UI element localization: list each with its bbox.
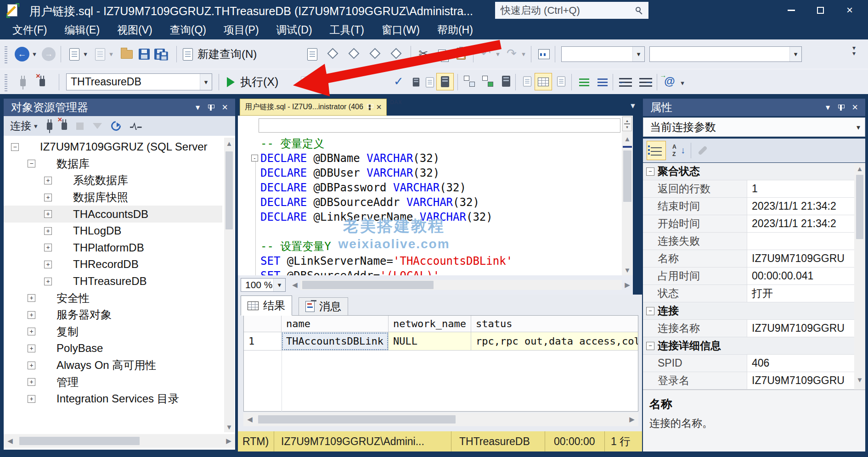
decrease-indent-icon[interactable] (618, 75, 633, 89)
sqlcmd-mode-icon[interactable] (436, 73, 454, 90)
uncomment-lines-icon[interactable] (595, 75, 610, 89)
database-combobox[interactable]: THTreasureDB ▾ (66, 73, 212, 90)
actual-plan-icon[interactable] (480, 74, 495, 89)
tree-item[interactable]: THRecordDB (4, 256, 222, 273)
connect-object-icon[interactable] (47, 123, 52, 130)
property-value[interactable]: 00:00:00.041 (747, 268, 854, 284)
combobox-dropdown-icon[interactable]: ▾ (632, 47, 644, 61)
property-value[interactable] (747, 233, 854, 250)
grid-column-header[interactable]: name (282, 316, 389, 332)
specify-template-values-icon[interactable]: @ (662, 74, 677, 89)
row-number-cell[interactable]: 1 (244, 332, 282, 351)
panel-menu-icon[interactable]: ▾ (196, 102, 200, 112)
database-combobox-dropdown[interactable]: ▾ (200, 74, 212, 90)
menu-item[interactable]: 视图(V) (108, 20, 161, 39)
tab-pin-icon[interactable] (369, 104, 371, 110)
property-value[interactable]: 打开 (747, 285, 854, 302)
connect-icon[interactable] (16, 74, 30, 89)
stop-icon[interactable] (76, 123, 84, 130)
scroll-up-icon[interactable]: ▲ (224, 139, 234, 148)
properties-object-combobox[interactable]: 当前连接参数 ▾ (643, 117, 865, 137)
navigate-back-dropdown[interactable]: ▾ (30, 47, 39, 61)
expander-icon[interactable] (44, 177, 52, 184)
name-cell[interactable]: THAccountsDBLink (282, 332, 389, 351)
zoom-combobox[interactable]: 100 % ▾ (241, 278, 286, 292)
expander-icon[interactable] (28, 362, 35, 369)
scroll-down-icon[interactable]: ▼ (854, 375, 865, 384)
expander-icon[interactable] (28, 395, 35, 403)
menu-item[interactable]: 窗口(W) (373, 20, 428, 39)
mdx-query-icon[interactable] (325, 46, 340, 61)
status-cell[interactable]: rpc,rpc out,data access,collat (471, 332, 638, 351)
open-file-icon[interactable] (119, 47, 134, 61)
pin-icon[interactable] (840, 105, 842, 111)
expander-icon[interactable] (28, 345, 35, 352)
grid-column-header[interactable]: network_name (389, 316, 471, 332)
toolbar-overflow-button[interactable]: ▾▾ (852, 45, 856, 56)
tree-item[interactable]: 数据库 (4, 156, 222, 173)
property-value[interactable]: IZ7U9M7109GGRU (747, 372, 854, 389)
results-to-text-icon[interactable] (520, 74, 535, 89)
scroll-down-icon[interactable]: ▼ (622, 265, 633, 274)
undo-dropdown[interactable]: ▾ (494, 47, 502, 61)
redo-icon[interactable]: ↷ (504, 46, 519, 61)
estimated-plan-icon[interactable] (462, 74, 477, 89)
redo-dropdown[interactable]: ▾ (520, 47, 527, 61)
results-to-grid-icon[interactable] (535, 73, 552, 90)
activity-monitor-icon[interactable] (130, 123, 142, 130)
scroll-right-icon[interactable]: ▶ (623, 280, 632, 290)
scroll-down-icon[interactable]: ▼ (224, 422, 234, 431)
tree-item[interactable]: 复制 (4, 323, 222, 340)
execute-button[interactable]: 执行(X) (227, 73, 278, 90)
tree-item[interactable]: 服务器对象 (4, 307, 222, 323)
tree-item[interactable]: THAccountsDB (4, 206, 222, 223)
editor-horizontal-scrollbar[interactable] (300, 280, 622, 290)
menu-item[interactable]: 工具(T) (321, 20, 373, 39)
tab-results[interactable]: 结果 (241, 295, 292, 316)
toolbar-overflow-button[interactable]: ▾ (679, 76, 686, 90)
splitter-grip-icon[interactable]: ▴▾ (622, 117, 632, 131)
active-files-dropdown-icon[interactable]: ▼ (629, 102, 637, 110)
menu-item[interactable]: 文件(F) (4, 20, 56, 39)
scroll-right-icon[interactable]: ▶ (627, 415, 637, 424)
scroll-up-icon[interactable]: ▲ (622, 134, 633, 143)
property-value[interactable]: 1 (747, 180, 854, 197)
quick-launch-search[interactable]: 快速启动 (Ctrl+Q) (495, 2, 648, 19)
property-row[interactable]: 连接名称 IZ7U9M7109GGRU (643, 320, 854, 337)
tree-item[interactable]: THTreasureDB (4, 273, 222, 290)
minimize-button[interactable] (778, 1, 804, 19)
property-row[interactable]: 开始时间 2023/11/1 21:34:2 (643, 215, 854, 233)
menu-item[interactable]: 编辑(E) (56, 20, 108, 39)
property-row[interactable]: 聚合状态 (643, 163, 854, 180)
tree-item[interactable]: 管理 (4, 373, 222, 390)
tree-item[interactable]: 数据库快照 (4, 189, 222, 206)
property-row[interactable]: 连接 (643, 302, 854, 320)
menu-item[interactable]: 查询(Q) (161, 20, 215, 39)
increase-indent-icon[interactable] (638, 75, 653, 89)
toolbar-drag-handle[interactable] (5, 45, 7, 63)
query-options-icon[interactable] (423, 75, 437, 89)
paste-icon[interactable] (454, 46, 468, 61)
expander-icon[interactable] (28, 328, 35, 335)
change-connection-icon[interactable] (35, 74, 50, 89)
panel-menu-icon[interactable]: ▾ (826, 102, 830, 112)
new-file-icon[interactable] (67, 47, 82, 61)
property-pages-icon[interactable] (698, 145, 707, 155)
properties-vertical-scrollbar[interactable]: ▲ ▼ (854, 163, 865, 390)
add-item-icon[interactable] (93, 47, 107, 61)
property-value[interactable]: 2023/11/1 21:34:2 (747, 215, 854, 232)
tree-vertical-scrollbar[interactable]: ▲ ▼ (224, 138, 234, 432)
disconnect-icon[interactable] (62, 123, 67, 130)
fold-minus-icon[interactable]: - (251, 155, 258, 162)
property-row[interactable]: 状态 打开 (643, 285, 854, 302)
editor-tab[interactable]: 用户链接.sql - IZ7U9...inistrator (406)) × (240, 99, 387, 116)
toolbar-combobox-1[interactable]: ▾ (561, 46, 645, 62)
new-query-button[interactable]: 新建查询(N) (183, 47, 257, 61)
editor-vertical-scrollbar[interactable]: ▴▾ ▲ ▼ (622, 116, 633, 275)
menu-item[interactable]: 调试(D) (268, 20, 321, 39)
properties-combobox-dropdown[interactable]: ▾ (857, 123, 860, 132)
results-horizontal-scrollbar[interactable]: ◀ ▶ (243, 412, 638, 426)
save-all-icon[interactable] (154, 47, 169, 61)
intellisense-icon[interactable] (409, 75, 423, 89)
property-value[interactable]: 2023/11/1 21:34:2 (747, 198, 854, 215)
